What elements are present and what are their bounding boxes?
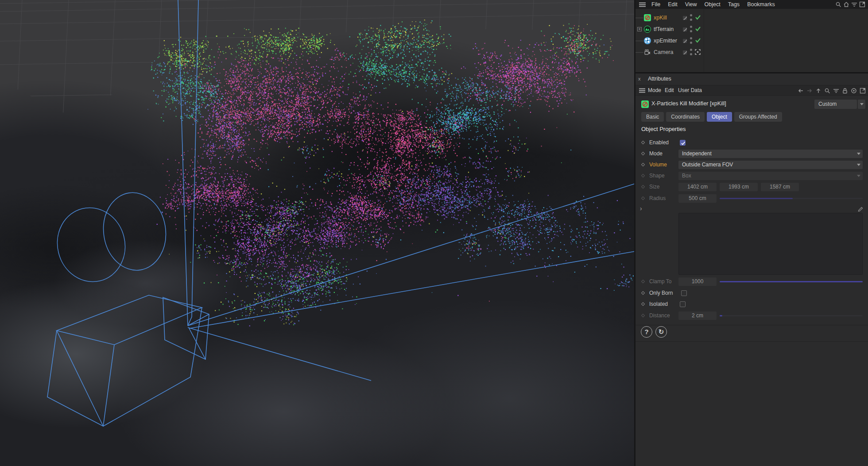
clamp-to-slider — [720, 281, 863, 282]
3d-viewport[interactable] — [0, 0, 635, 466]
menu-burger-icon[interactable] — [639, 2, 646, 7]
toolbar-user-data[interactable]: User Data — [678, 85, 702, 96]
object-row-tfterrain[interactable]: + tfTerrain — [636, 23, 868, 35]
mode-dropdown[interactable]: Independent — [678, 150, 863, 158]
only-born-checkbox[interactable] — [681, 290, 687, 296]
object-name[interactable]: tfTerrain — [654, 23, 674, 35]
lock-icon[interactable] — [842, 88, 848, 94]
row-isolated: Isolated — [636, 299, 868, 310]
row-label: Clamp To — [649, 276, 671, 287]
object-name[interactable]: xpKill — [654, 12, 667, 23]
enabled-checkbox[interactable] — [680, 140, 686, 146]
layer-swatch[interactable] — [682, 27, 687, 32]
section-title: Object Properties — [641, 126, 686, 132]
shape-dropdown: Box — [678, 172, 863, 180]
tab-basic[interactable]: Basic — [641, 112, 664, 122]
keyframe-diamond[interactable] — [641, 152, 645, 155]
forward-arrow-icon[interactable] — [806, 88, 813, 94]
object-manager-menubar: File Edit View Object Tags Bookmarks — [636, 0, 868, 9]
filter-icon[interactable] — [851, 1, 857, 8]
new-panel-icon[interactable] — [859, 1, 865, 8]
distance-field: 2 cm — [678, 312, 717, 320]
visibility-dots[interactable] — [690, 14, 692, 23]
layer-swatch[interactable] — [682, 39, 687, 43]
keyframe-diamond[interactable] — [641, 141, 645, 144]
clamp-to-field: 1000 — [678, 277, 717, 286]
tfterrain-icon — [644, 26, 651, 33]
layer-swatch[interactable] — [682, 15, 687, 20]
row-mode: Mode Independent — [636, 148, 868, 159]
up-arrow-icon[interactable] — [815, 88, 822, 94]
preset-value[interactable]: Custom — [814, 100, 857, 109]
row-only-born: Only Born — [636, 288, 868, 299]
camera-icon — [644, 49, 651, 56]
row-volume: Volume Outside Camera FOV — [636, 159, 868, 170]
tab-coordinates[interactable]: Coordinates — [666, 112, 705, 122]
menu-bookmarks[interactable]: Bookmarks — [747, 1, 775, 8]
enabled-check-icon[interactable] — [695, 38, 701, 43]
row-label: Shape — [649, 170, 665, 181]
object-row-xpemitter[interactable]: xpEmitter — [636, 35, 868, 46]
back-arrow-icon[interactable] — [798, 88, 804, 94]
enabled-check-icon[interactable] — [695, 15, 701, 20]
row-label: Distance — [649, 310, 670, 321]
edit-pencil-icon[interactable] — [857, 206, 864, 212]
radius-slider — [720, 198, 863, 199]
row-label: Radius — [649, 193, 666, 204]
toolbar-edit[interactable]: Edit — [665, 85, 674, 96]
camera-target-icon[interactable] — [695, 49, 701, 55]
distance-slider — [720, 315, 863, 316]
object-name[interactable]: xpEmitter — [654, 35, 677, 46]
reset-button[interactable]: ↻ — [655, 326, 667, 338]
menu-edit[interactable]: Edit — [668, 1, 678, 8]
home-icon[interactable] — [843, 1, 849, 8]
camera-wireframe — [0, 0, 635, 466]
help-button[interactable]: ? — [641, 326, 652, 338]
preset-dropdown: Custom — [814, 100, 865, 109]
falloff-graph-area[interactable] — [678, 213, 863, 275]
tree-line — [636, 41, 643, 41]
row-label: Enabled — [649, 137, 669, 148]
enabled-check-icon[interactable] — [695, 26, 701, 31]
expand-chevron-icon[interactable]: › — [640, 205, 642, 212]
expand-toggle[interactable]: + — [637, 27, 642, 31]
layer-swatch[interactable] — [682, 50, 687, 55]
attributes-burger-icon[interactable] — [639, 88, 645, 93]
visibility-dots[interactable] — [690, 49, 692, 58]
new-panel-icon[interactable] — [860, 88, 866, 94]
radius-field: 500 cm — [678, 194, 717, 203]
row-label: Only Born — [649, 288, 673, 299]
volume-dropdown[interactable]: Outside Camera FOV — [678, 161, 863, 169]
menu-view[interactable]: View — [685, 1, 697, 8]
row-label: Isolated — [649, 299, 668, 310]
filter-icon[interactable] — [833, 88, 839, 94]
tab-groups-affected[interactable]: Groups Affected — [734, 112, 782, 122]
close-icon[interactable]: x — [638, 76, 641, 81]
tab-object[interactable]: Object — [707, 112, 732, 122]
keyframe-diamond[interactable] — [641, 302, 645, 306]
object-row-camera[interactable]: Camera — [636, 46, 868, 58]
object-row-xpkill[interactable]: xpKill — [636, 12, 868, 23]
track-target-icon[interactable] — [851, 88, 857, 94]
toolbar-mode[interactable]: Mode — [648, 85, 661, 96]
row-enabled: Enabled — [636, 137, 868, 148]
search-icon[interactable] — [824, 88, 830, 94]
menu-object[interactable]: Object — [705, 1, 721, 8]
visibility-dots[interactable] — [690, 37, 692, 46]
keyframe-diamond[interactable] — [641, 291, 645, 295]
menu-tags[interactable]: Tags — [728, 1, 740, 8]
right-panel: File Edit View Object Tags Bookmarks — [636, 0, 868, 466]
menu-file[interactable]: File — [651, 1, 660, 8]
keyframe-diamond[interactable] — [641, 163, 645, 166]
attribute-tabs: Basic Coordinates Object Groups Affected — [641, 112, 782, 122]
isolated-checkbox[interactable] — [680, 301, 686, 307]
xpkill-icon — [641, 100, 649, 108]
object-title: X-Particles Kill Modifier [xpKill] — [651, 100, 726, 107]
keyframe-diamond — [641, 174, 645, 177]
search-icon[interactable] — [835, 1, 841, 8]
preset-dropdown-button[interactable] — [858, 100, 865, 109]
visibility-dots[interactable] — [690, 26, 692, 35]
row-size: Size 1402 cm 1993 cm 1587 cm — [636, 181, 868, 193]
object-name[interactable]: Camera — [654, 46, 673, 58]
xpemitter-icon — [644, 37, 651, 44]
